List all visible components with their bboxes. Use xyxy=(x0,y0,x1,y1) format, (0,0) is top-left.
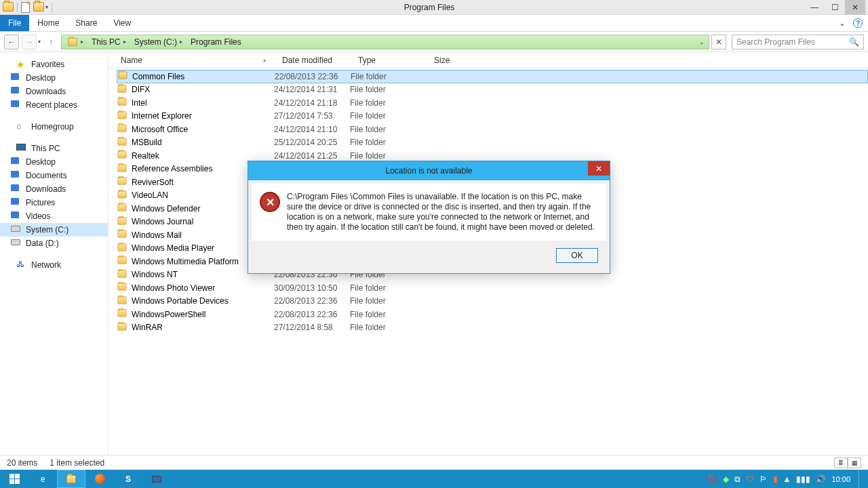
system-tray: 🚫 ◆ ⧉ 🛡 🏳 ▮ ▲ ▮▮▮ 🔊 10:00 xyxy=(703,470,868,488)
table-row[interactable]: WinRAR27/12/2014 8:58File folder xyxy=(117,321,868,335)
address-seg-label: Program Files xyxy=(191,37,241,47)
table-row[interactable]: DIFX24/12/2014 21:31File folder xyxy=(117,83,868,97)
search-input[interactable]: Search Program Files 🔍 xyxy=(732,35,864,49)
address-seg-label: This PC xyxy=(92,37,121,47)
address-seg-folder[interactable]: Program Files xyxy=(186,35,245,49)
tray-icon[interactable]: 🏳 xyxy=(760,474,768,484)
dialog-close-button[interactable]: ✕ xyxy=(588,161,610,176)
file-name: Windows Journal xyxy=(132,217,193,226)
column-type[interactable]: Type xyxy=(354,56,430,65)
tray-icon[interactable]: 🚫 xyxy=(707,474,717,484)
taskbar-explorer[interactable] xyxy=(57,470,85,488)
sidebar-label: This PC xyxy=(31,144,60,153)
column-name[interactable]: Name▴ xyxy=(117,56,278,65)
file-name: Internet Explorer xyxy=(132,111,192,121)
file-name: Reference Assemblies xyxy=(132,164,212,174)
address-seg-drive[interactable]: System (C:)▸ xyxy=(130,35,186,49)
sidebar-item-label: Downloads xyxy=(26,87,66,96)
window-title: Program Files xyxy=(54,3,804,12)
taskbar-firefox[interactable] xyxy=(85,470,114,488)
maximize-button[interactable]: ☐ xyxy=(825,0,845,15)
start-button[interactable] xyxy=(0,470,28,488)
forward-button[interactable]: → xyxy=(22,35,37,49)
file-name: VideoLAN xyxy=(132,190,168,200)
table-row[interactable]: WindowsPowerShell22/08/2013 22:36File fo… xyxy=(117,308,868,321)
tray-icon[interactable]: ▮ xyxy=(773,474,778,484)
column-label: Name xyxy=(121,56,142,65)
file-name: Windows Multimedia Platform xyxy=(132,257,239,266)
qat-dropdown-icon[interactable]: ▾ xyxy=(45,4,48,10)
file-date: 24/12/2014 21:25 xyxy=(274,151,350,161)
minimize-button[interactable]: — xyxy=(804,0,825,15)
tray-clock[interactable]: 10:00 xyxy=(831,475,850,483)
refresh-button[interactable]: ✕ xyxy=(711,35,726,49)
table-row[interactable]: Windows Portable Devices22/08/2013 22:36… xyxy=(117,295,868,308)
back-button[interactable]: ← xyxy=(4,35,19,49)
sort-arrow-icon: ▴ xyxy=(263,57,266,63)
ribbon-expand-icon[interactable]: ⌄ xyxy=(834,15,850,31)
show-desktop-button[interactable] xyxy=(859,470,864,488)
file-name: Windows Media Player xyxy=(132,243,214,253)
tray-icon[interactable]: ⧉ xyxy=(734,474,741,484)
table-row[interactable]: Microsoft Office24/12/2014 21:10File fol… xyxy=(117,123,868,136)
sidebar-item-documents[interactable]: Documents xyxy=(0,169,108,182)
tab-file[interactable]: File xyxy=(0,15,29,31)
table-row[interactable]: MSBuild25/12/2014 20:25File folder xyxy=(117,136,868,150)
sidebar-homegroup[interactable]: ⌂Homegroup xyxy=(0,120,108,134)
sidebar-item-recent[interactable]: Recent places xyxy=(0,98,108,112)
sidebar-item-videos[interactable]: Videos xyxy=(0,209,108,223)
properties-folder-icon[interactable] xyxy=(33,2,44,13)
tray-volume-icon[interactable]: 🔊 xyxy=(816,474,826,484)
column-size[interactable]: Size xyxy=(430,56,477,65)
tab-share[interactable]: Share xyxy=(67,15,105,31)
file-type: File folder xyxy=(350,85,426,94)
sidebar-item-downloads[interactable]: Downloads xyxy=(0,182,108,196)
tray-icon[interactable]: ▲ xyxy=(783,474,791,484)
address-root-icon[interactable]: ▸ xyxy=(63,35,87,49)
column-date[interactable]: Date modified xyxy=(278,56,354,65)
table-row[interactable]: Intel24/12/2014 21:18File folder xyxy=(117,96,868,110)
sidebar: ★Favorites Desktop Downloads Recent plac… xyxy=(0,52,108,455)
address-dropdown-icon[interactable]: ⌄ xyxy=(699,39,707,45)
title-bar: ▾ Program Files — ☐ ✕ xyxy=(0,0,868,15)
file-date: 24/12/2014 21:31 xyxy=(274,85,350,94)
sidebar-thispc[interactable]: This PC xyxy=(0,142,108,155)
address-seg-thispc[interactable]: This PC▸ xyxy=(87,35,130,49)
sidebar-item-downloads[interactable]: Downloads xyxy=(0,85,108,98)
up-button[interactable]: ↑ xyxy=(43,35,58,49)
tray-icon[interactable]: ◆ xyxy=(723,474,729,484)
taskbar: e S 🚫 ◆ ⧉ 🛡 🏳 ▮ ▲ ▮▮▮ 🔊 10:00 xyxy=(0,470,868,488)
search-icon: 🔍 xyxy=(849,37,859,47)
taskbar-app[interactable] xyxy=(142,470,171,488)
tab-view[interactable]: View xyxy=(105,15,139,31)
sidebar-item-pictures[interactable]: Pictures xyxy=(0,196,108,209)
sidebar-item-label: Pictures xyxy=(26,198,55,207)
new-document-icon[interactable] xyxy=(21,2,32,13)
sidebar-favorites[interactable]: ★Favorites xyxy=(0,58,108,71)
table-row[interactable]: Internet Explorer27/12/2014 7:53File fol… xyxy=(117,110,868,123)
sidebar-item-desktop[interactable]: Desktop xyxy=(0,155,108,169)
tab-home[interactable]: Home xyxy=(29,15,67,31)
help-icon[interactable]: ? xyxy=(853,18,863,28)
status-bar: 20 items 1 item selected ≣ ▦ xyxy=(0,455,868,470)
sidebar-item-data-d-[interactable]: Data (D:) xyxy=(0,237,108,250)
file-name: DIFX xyxy=(132,85,150,94)
sidebar-network[interactable]: 🖧Network xyxy=(0,258,108,272)
sidebar-item-system-c-[interactable]: System (C:) xyxy=(0,223,108,237)
tray-icon[interactable]: 🛡 xyxy=(746,474,754,484)
table-row[interactable]: Windows Photo Viewer30/09/2013 10:50File… xyxy=(117,281,868,295)
sidebar-item-desktop[interactable]: Desktop xyxy=(0,71,108,85)
view-icons-button[interactable]: ▦ xyxy=(848,458,861,468)
file-name: Windows Defender xyxy=(132,204,200,214)
file-date: 22/08/2013 22:36 xyxy=(275,72,351,81)
taskbar-skype[interactable]: S xyxy=(114,470,142,488)
dialog-ok-button[interactable]: OK xyxy=(556,248,598,263)
taskbar-ie[interactable]: e xyxy=(28,470,57,488)
close-button[interactable]: ✕ xyxy=(845,0,865,15)
address-bar[interactable]: ▸ This PC▸ System (C:)▸ Program Files ⌄ xyxy=(61,35,709,49)
history-dropdown-icon[interactable]: ▾ xyxy=(38,39,41,45)
table-row[interactable]: Common Files22/08/2013 22:36File folder xyxy=(117,70,868,83)
dialog-title-bar[interactable]: Location is not available ✕ xyxy=(248,161,610,180)
view-details-button[interactable]: ≣ xyxy=(834,458,848,468)
tray-wifi-icon[interactable]: ▮▮▮ xyxy=(796,474,810,484)
